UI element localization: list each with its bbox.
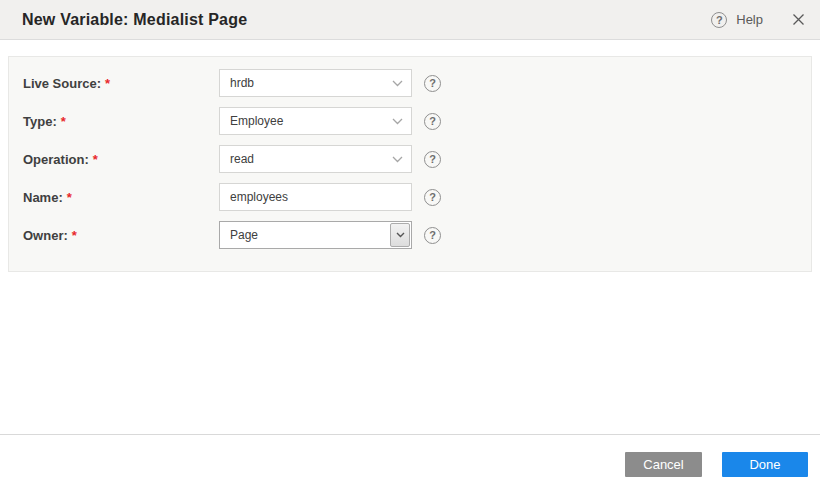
field-label: Type:* — [23, 114, 219, 129]
dialog-title: New Variable: Medialist Page — [22, 11, 247, 29]
form-field-row-live-source: Live Source:* hrdb ? — [23, 69, 797, 97]
form-field-row-operation: Operation:* read ? — [23, 145, 797, 173]
name-input[interactable] — [219, 183, 412, 211]
type-dropdown[interactable]: Employee — [219, 107, 412, 135]
live-source-dropdown[interactable]: hrdb — [219, 69, 412, 97]
field-label: Live Source:* — [23, 76, 219, 91]
required-asterisk: * — [72, 228, 77, 243]
help-link[interactable]: Help — [736, 12, 763, 27]
form-field-row-name: Name:* ? — [23, 183, 797, 211]
required-asterisk: * — [67, 190, 72, 205]
done-button[interactable]: Done — [722, 452, 808, 477]
field-help-icon[interactable]: ? — [424, 189, 441, 206]
header-actions: ? Help — [711, 12, 806, 28]
help-icon[interactable]: ? — [711, 12, 727, 28]
chevron-down-icon — [392, 80, 403, 87]
select-arrow-button[interactable] — [390, 223, 410, 247]
cancel-button[interactable]: Cancel — [625, 452, 702, 477]
field-label: Operation:* — [23, 152, 219, 167]
required-asterisk: * — [105, 76, 110, 91]
field-help-icon[interactable]: ? — [424, 113, 441, 130]
operation-dropdown[interactable]: read — [219, 145, 412, 173]
required-asterisk: * — [61, 114, 66, 129]
owner-select[interactable]: Page — [219, 221, 412, 249]
field-label: Name:* — [23, 190, 219, 205]
footer-divider — [0, 434, 820, 435]
dropdown-value: read — [230, 152, 254, 166]
field-help-icon[interactable]: ? — [424, 227, 441, 244]
select-value: Page — [230, 228, 390, 242]
dialog-header: New Variable: Medialist Page ? Help — [0, 0, 820, 40]
field-help-icon[interactable]: ? — [424, 75, 441, 92]
dropdown-value: hrdb — [230, 76, 254, 90]
close-icon[interactable] — [790, 12, 806, 28]
required-asterisk: * — [93, 152, 98, 167]
field-label: Owner:* — [23, 228, 219, 243]
form-field-row-type: Type:* Employee ? — [23, 107, 797, 135]
chevron-down-icon — [392, 156, 403, 163]
dropdown-value: Employee — [230, 114, 283, 128]
form-field-row-owner: Owner:* Page ? — [23, 221, 797, 249]
form-panel: Live Source:* hrdb ? Type:* Employee ? O… — [8, 56, 812, 272]
chevron-down-icon — [392, 118, 403, 125]
field-help-icon[interactable]: ? — [424, 151, 441, 168]
